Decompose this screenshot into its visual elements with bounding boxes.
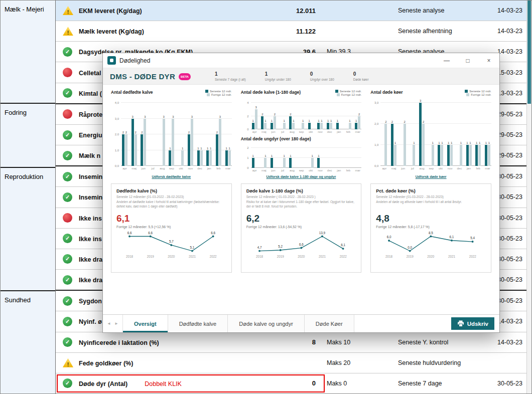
status-icon: ✓	[63, 192, 79, 202]
table-row[interactable]: Mælk leveret (Kg/dag)11.122Seneste afhen…	[56, 21, 526, 41]
bar-wrapper: 1	[292, 119, 295, 129]
bar-group: 1	[289, 154, 295, 168]
bar-value-label: 1	[169, 147, 171, 150]
tab-dødfødte-kalve[interactable]: Dødfødte kalve	[168, 315, 228, 332]
svg-text:2021: 2021	[448, 255, 455, 258]
bar-group: 11	[225, 147, 231, 166]
svg-text:4,7: 4,7	[257, 246, 261, 249]
stat-value: 1	[265, 72, 291, 77]
bar-wrapper: 1	[460, 141, 462, 166]
bar-current	[485, 145, 487, 166]
row-label-cell: Nyinficerede i laktation (%)	[79, 338, 260, 347]
bar-previous	[144, 119, 146, 166]
trend-line-chart: 4,720185,220196,6202013,920216,12022	[246, 229, 356, 260]
svg-text:6,6: 6,6	[299, 243, 304, 246]
legend-item: Forrige 12 mdr.	[335, 93, 362, 96]
status-icon: ✓	[63, 88, 79, 98]
bar-group: 11	[447, 141, 453, 166]
bar-value-label: 1	[252, 154, 253, 158]
bar-wrapper: 1	[475, 141, 478, 166]
bar-value-label: 2	[404, 120, 406, 124]
bar-previous	[404, 124, 406, 166]
month-label: okt	[178, 167, 184, 170]
scrollbar-thumb[interactable]	[527, 1, 531, 104]
tab-døde-kalve-og-ungdyr[interactable]: Døde kalve og ungdyr	[228, 315, 305, 332]
svg-text:5,4: 5,4	[471, 236, 475, 240]
category-block: Reproduktion	[1, 167, 55, 290]
table-row[interactable]: ✓Døde dyr (Antal)Dobbelt KLIK0Maks 0Sene…	[56, 373, 526, 393]
bar-current	[475, 145, 478, 166]
bar-value-label: 1	[264, 119, 266, 123]
chart-plot: 4201321121211111111112	[251, 98, 362, 129]
row-limit: Maks 20	[316, 359, 391, 366]
card-previous: Forrige 12 måneder: 13,6 (-54,52 %)	[246, 225, 356, 229]
bar-value-label: 1	[309, 119, 310, 123]
row-date: 14-03-23	[484, 28, 526, 35]
bar-wrapper	[308, 164, 311, 168]
tab-døde-køer[interactable]: Døde Køer	[305, 315, 354, 332]
status-icon: ✓	[63, 254, 79, 264]
month-label: aug	[289, 169, 295, 172]
dialog-header: DMS - DØDE DYR BETA 1Seneste 7 dage (i a…	[103, 68, 499, 85]
bar-group	[355, 164, 360, 168]
month-label: feb	[346, 130, 351, 133]
category-label: Fodring	[5, 109, 27, 116]
tab-oversigt[interactable]: Oversigt	[123, 315, 168, 332]
minimize-icon[interactable]: —	[436, 53, 457, 68]
dialog-tabbar: ◄ ► OversigtDødfødte kalveDøde kalve og …	[103, 314, 499, 332]
row-label: Døde dyr (Antal)	[79, 380, 127, 387]
bar-wrapper: 1	[271, 119, 273, 129]
bar-value-label: 1	[318, 154, 319, 158]
close-icon[interactable]: ×	[478, 53, 499, 68]
bar-group: 13	[252, 106, 257, 129]
bar-previous	[478, 145, 481, 166]
card-value: 6,1	[116, 213, 226, 224]
svg-text:0,0: 0,0	[408, 246, 413, 249]
bar-group: 23	[141, 115, 146, 166]
svg-text:5,2: 5,2	[278, 245, 283, 248]
bar-wrapper: 1	[264, 119, 267, 129]
explore-link[interactable]: Udforsk døde kalve 1-180 dage og ungdyr	[241, 175, 362, 178]
explore-link[interactable]: Udforsk dødfødte kalve	[111, 175, 232, 178]
month-axis: aprmajjunjulaugsepoktnovdecjanfebmar	[380, 167, 491, 170]
row-label: Ikke dra	[79, 256, 102, 263]
bar-group: 32	[131, 115, 137, 166]
bar-current	[206, 150, 209, 166]
bar-value-label: 1	[451, 141, 452, 145]
status-icon: ✓	[63, 378, 79, 388]
bar-previous	[283, 158, 286, 168]
bar-wrapper: 1	[200, 147, 203, 166]
check-icon: ✓	[63, 254, 72, 264]
row-source: Seneste huldvurdering	[391, 359, 484, 366]
bar-value-label: 2	[125, 131, 127, 134]
row-limit: Maks 0	[316, 380, 391, 387]
bar-current	[466, 145, 469, 166]
table-row[interactable]: Fede goldkøer (%)Maks 20Seneste huldvurd…	[56, 352, 526, 373]
row-label: EKM leveret (Kg/dag)	[79, 8, 142, 15]
chart-header: Antal dødfødte kalveSeneste 12 mdr.Forri…	[111, 90, 232, 96]
stat-label: Ungdyr over 180	[310, 78, 334, 81]
month-axis: aprmajjunjulaugsepoktnovdecjanfebmar	[251, 130, 362, 133]
table-row[interactable]: EKM leveret (Kg/dag)12.011Seneste analys…	[56, 1, 526, 21]
chart-plot: 2101111111	[251, 143, 362, 168]
svg-text:6,6: 6,6	[148, 231, 153, 235]
maximize-icon[interactable]: □	[457, 53, 478, 68]
explore-link[interactable]: Udforsk døde køer	[370, 175, 491, 178]
table-row[interactable]: ✓Nyinficerede i laktation (%)8Maks 10Sen…	[56, 332, 526, 352]
month-label: jun	[401, 167, 406, 170]
bar-value-label: 1	[271, 154, 273, 158]
card-description: Andelen af dødfødte kalve i forhold til …	[116, 200, 226, 212]
month-label: okt	[438, 167, 443, 170]
bar-value-label: 2	[290, 113, 291, 116]
tab-scroll-left-icon[interactable]: ◄	[107, 321, 111, 326]
svg-text:2018: 2018	[256, 255, 263, 258]
bar-wrapper: 2	[216, 131, 218, 166]
axis-tick-label: 2	[247, 115, 248, 118]
chart-column: Antal dødfødte kalveSeneste 12 mdr.Forri…	[111, 90, 232, 175]
tab-scroll-right-icon[interactable]: ►	[114, 321, 118, 326]
bar-current	[438, 145, 440, 166]
stat-value: 0	[353, 72, 369, 77]
bar-wrapper: 1	[330, 119, 332, 129]
print-button[interactable]: Udskriv	[451, 317, 494, 330]
bar-group: 11	[197, 147, 203, 166]
